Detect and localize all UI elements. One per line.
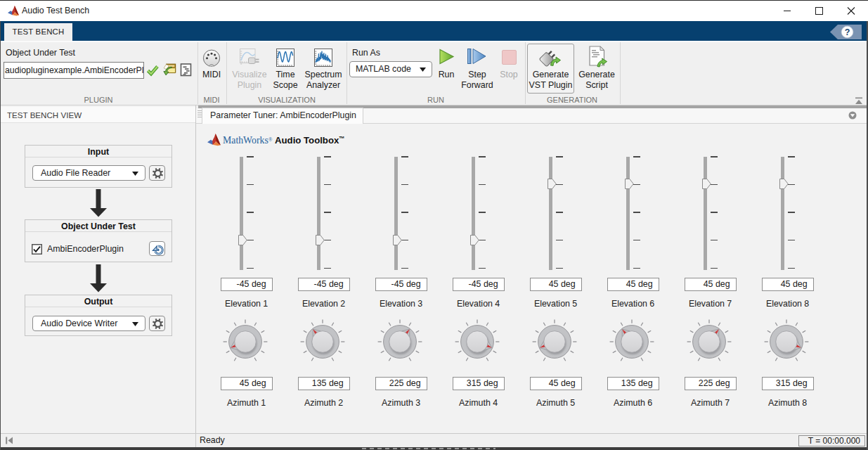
svg-text:?: ? <box>845 27 850 37</box>
